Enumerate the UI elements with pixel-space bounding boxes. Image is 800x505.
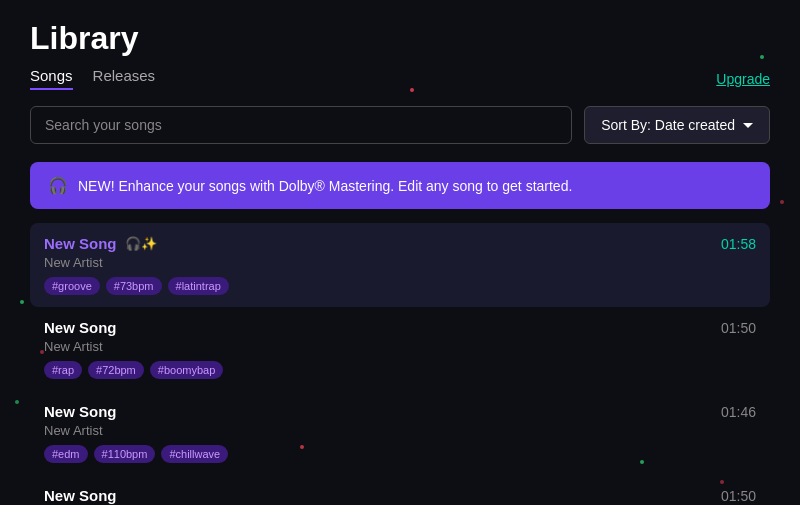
banner-text: NEW! Enhance your songs with Dolby® Mast…: [78, 178, 572, 194]
dolby-icon: 🎧✨: [125, 236, 157, 251]
song-row[interactable]: New Song01:50New Artist#rap#72bpm#boomyb…: [30, 307, 770, 391]
sort-label: Sort By: Date created: [601, 117, 735, 133]
tab-songs[interactable]: Songs: [30, 67, 73, 90]
song-tag: #73bpm: [106, 277, 162, 295]
song-tags-row: #rap#72bpm#boomybap: [44, 361, 756, 379]
song-tag: #rap: [44, 361, 82, 379]
search-input-wrapper: [30, 106, 572, 144]
search-input[interactable]: [30, 106, 572, 144]
song-list: New Song🎧✨01:58New Artist#groove#73bpm#l…: [30, 223, 770, 505]
search-sort-row: Sort By: Date created: [30, 106, 770, 144]
song-duration: 01:46: [721, 404, 756, 420]
tabs-row: Songs Releases Upgrade: [30, 67, 770, 90]
song-tag: #72bpm: [88, 361, 144, 379]
sort-button[interactable]: Sort By: Date created: [584, 106, 770, 144]
song-tag: #boomybap: [150, 361, 224, 379]
song-title-row: New Song: [44, 403, 117, 420]
song-header: New Song01:50: [44, 487, 756, 504]
song-title-row: New Song: [44, 487, 117, 504]
song-header: New Song01:46: [44, 403, 756, 420]
song-title: New Song: [44, 487, 117, 504]
page-title: Library: [30, 20, 770, 57]
song-tag: #chillwave: [161, 445, 228, 463]
song-tag: #edm: [44, 445, 88, 463]
song-artist: New Artist: [44, 339, 756, 354]
song-header: New Song01:50: [44, 319, 756, 336]
song-tag: #groove: [44, 277, 100, 295]
song-artist: New Artist: [44, 255, 756, 270]
song-title-row: New Song🎧✨: [44, 235, 157, 252]
song-header: New Song🎧✨01:58: [44, 235, 756, 252]
song-row[interactable]: New Song01:50New Artist#rap#98bpm#boomyt…: [30, 475, 770, 505]
song-dolby-icons: 🎧✨: [125, 236, 157, 251]
song-row[interactable]: New Song🎧✨01:58New Artist#groove#73bpm#l…: [30, 223, 770, 307]
song-tags-row: #edm#110bpm#chillwave: [44, 445, 756, 463]
chevron-down-icon: [743, 123, 753, 128]
song-artist: New Artist: [44, 423, 756, 438]
song-title: New Song: [44, 319, 117, 336]
banner-icon: 🎧: [48, 176, 68, 195]
upgrade-link[interactable]: Upgrade: [716, 71, 770, 87]
song-tag: #latintrap: [168, 277, 229, 295]
song-tags-row: #groove#73bpm#latintrap: [44, 277, 756, 295]
song-duration: 01:58: [721, 236, 756, 252]
tab-releases[interactable]: Releases: [93, 67, 156, 90]
dolby-banner[interactable]: 🎧 NEW! Enhance your songs with Dolby® Ma…: [30, 162, 770, 209]
song-title-row: New Song: [44, 319, 117, 336]
song-title: New Song: [44, 403, 117, 420]
song-duration: 01:50: [721, 488, 756, 504]
song-tag: #110bpm: [94, 445, 156, 463]
song-duration: 01:50: [721, 320, 756, 336]
tabs-container: Songs Releases: [30, 67, 155, 90]
song-title: New Song: [44, 235, 117, 252]
song-row[interactable]: New Song01:46New Artist#edm#110bpm#chill…: [30, 391, 770, 475]
